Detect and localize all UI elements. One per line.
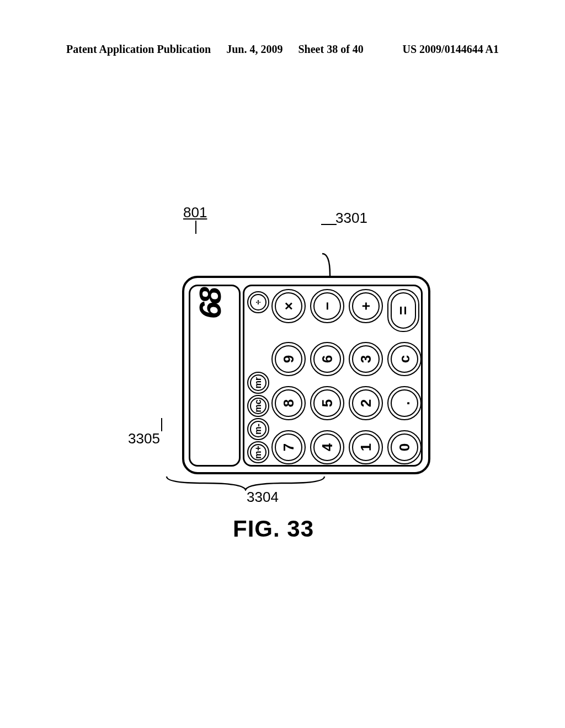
callout-3304: 3304 [247, 489, 279, 506]
key-9[interactable]: 9 [271, 342, 306, 376]
key-6[interactable]: 6 [310, 342, 344, 376]
mem-plus-button[interactable]: m+ [247, 441, 269, 463]
key-0[interactable]: 0 [387, 430, 422, 464]
divide-button[interactable]: ÷ [247, 291, 269, 313]
callout-3305: 3305 [128, 430, 160, 447]
clear-button[interactable]: c [387, 342, 422, 376]
key-8[interactable]: 8 [271, 386, 306, 420]
leader-3301 [321, 224, 337, 225]
figure-area: 801 3301 3302 3303 3304 3305 FIG. 33 68 … [0, 0, 565, 728]
display-value: 68 [192, 289, 228, 320]
key-4[interactable]: 4 [310, 430, 344, 464]
leader-3305 [161, 418, 162, 431]
key-5[interactable]: 5 [310, 386, 344, 420]
key-2[interactable]: 2 [349, 386, 383, 420]
key-7[interactable]: 7 [271, 430, 306, 464]
mem-minus-button[interactable]: m- [247, 418, 269, 440]
decimal-button[interactable]: . [387, 386, 422, 420]
key-1[interactable]: 1 [349, 430, 383, 464]
minus-button[interactable]: − [310, 289, 344, 323]
ref-device: 801 [183, 204, 207, 221]
key-3[interactable]: 3 [349, 342, 383, 376]
callout-3301: 3301 [335, 210, 367, 227]
leader-device [195, 221, 196, 234]
brace-3304 [166, 475, 326, 491]
figure-label: FIG. 33 [233, 516, 314, 542]
multiply-button[interactable]: × [271, 289, 306, 323]
mem-recall-button[interactable]: mr [247, 372, 269, 394]
mem-clear-button[interactable]: mc [247, 395, 269, 417]
equals-button[interactable]: = [387, 289, 419, 332]
plus-button[interactable]: + [349, 289, 383, 323]
